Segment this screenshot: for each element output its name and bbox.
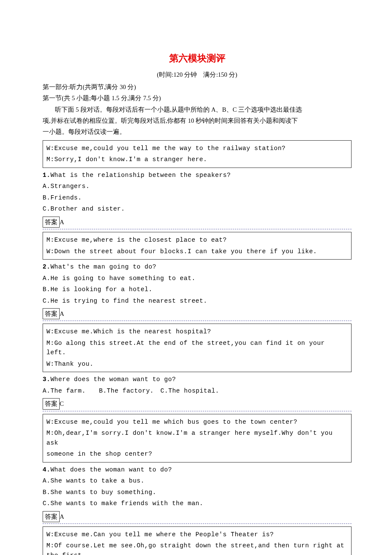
question-text: What's the man going to do? xyxy=(50,263,156,270)
dialogue-line: M:Sorry,I don't know.I'm a stranger here… xyxy=(46,154,348,165)
question-text: Where does the woman want to go? xyxy=(50,376,176,383)
dialogue-1-box: W:Excuse me,could you tell me the way to… xyxy=(43,140,352,168)
dialogue-line: W:Excuse me,could you tell me the way to… xyxy=(46,143,348,154)
answer-value: A xyxy=(60,310,64,317)
dialogue-line: W:Excuse me.Can you tell me where the Pe… xyxy=(46,529,348,540)
dialogue-5-box: W:Excuse me.Can you tell me where the Pe… xyxy=(43,526,352,555)
answer-label: 答案 xyxy=(43,308,60,319)
dialogue-line: M:Go along this street.At the end of the… xyxy=(46,338,348,358)
option-1c: C.Brother and sister. xyxy=(43,203,352,214)
answer-value: A xyxy=(60,219,64,225)
dialogue-2-box: M:Excuse me,where is the closest place t… xyxy=(43,232,352,260)
answer-3-line: 答案C xyxy=(43,396,352,411)
answer-label: 答案 xyxy=(43,217,60,228)
option-3c: C.The hospital. xyxy=(161,387,219,394)
answer-1-line: 答案A xyxy=(43,215,352,229)
dialogue-line: M:Of course.Let me see.Oh,go straight do… xyxy=(46,540,348,555)
page-title: 第六模块测评 xyxy=(43,51,352,66)
question-text: What does the woman want to do? xyxy=(50,466,172,473)
question-4: 4.What does the woman want to do? xyxy=(43,464,352,475)
intro-line-1: 听下面 5 段对话。每段对话后有一个小题,从题中所给的 A、B、C 三个选项中选… xyxy=(43,104,352,115)
answer-label: 答案 xyxy=(43,511,60,522)
option-1a: A.Strangers. xyxy=(43,181,352,192)
question-number: 3. xyxy=(43,376,50,383)
question-2: 2.What's the man going to do? xyxy=(43,261,352,272)
dialogue-line: W:Thank you. xyxy=(46,358,348,370)
dialogue-line: M:Excuse me,where is the closest place t… xyxy=(46,234,348,246)
question-number: 4. xyxy=(43,466,50,473)
option-1b: B.Friends. xyxy=(43,192,352,203)
question-1: 1.What is the relationship between the s… xyxy=(43,170,352,181)
answer-value: C xyxy=(60,400,64,407)
dialogue-line: someone in the shop center? xyxy=(46,448,348,460)
option-3b: B.The factory. xyxy=(99,387,154,394)
option-2b: B.He is looking for a hotel. xyxy=(43,284,352,295)
time-score-line: (时间:120 分钟 满分:150 分) xyxy=(43,70,352,79)
option-4a: A.She wants to take a bus. xyxy=(43,475,352,486)
option-4c: C.She wants to make friends with the man… xyxy=(43,498,352,509)
answer-value: A xyxy=(60,513,64,520)
option-4b: B.She wants to buy something. xyxy=(43,487,352,498)
section1-heading: 第一节(共 5 小题;每小题 1.5 分,满分 7.5 分) xyxy=(43,92,352,104)
options-3: A.The farm. B.The factory. C.The hospita… xyxy=(43,385,352,396)
exam-page: 第六模块测评 (时间:120 分钟 满分:150 分) 第一部分:听力(共两节,… xyxy=(0,0,392,555)
dialogue-line: M:Oh,dear,I'm sorry.I don't know.I'm a s… xyxy=(46,428,348,448)
intro-line-2: 项,并标在试卷的相应位置。听完每段对话后,你都有 10 秒钟的时间来回答有关小题… xyxy=(43,115,352,126)
answer-2-line: 答案A xyxy=(43,306,352,321)
option-2a: A.He is going to have something to eat. xyxy=(43,273,352,284)
question-text: What is the relationship between the spe… xyxy=(50,172,231,179)
question-number: 2. xyxy=(43,263,50,270)
question-number: 1. xyxy=(43,172,50,179)
part1-heading: 第一部分:听力(共两节,满分 30 分) xyxy=(43,81,352,92)
intro-line-3: 一小题。每段对话仅读一遍。 xyxy=(43,126,352,137)
dialogue-4-box: W:Excuse me,could you tell me which bus … xyxy=(43,414,352,462)
dialogue-line: W:Down the street about four blocks.I ca… xyxy=(46,246,348,257)
dialogue-3-box: W:Excuse me.Which is the nearest hospita… xyxy=(43,324,352,372)
option-3a: A.The farm. xyxy=(43,387,86,394)
answer-4-line: 答案A xyxy=(43,509,352,524)
dialogue-line: W:Excuse me.Which is the nearest hospita… xyxy=(46,326,348,337)
answer-label: 答案 xyxy=(43,398,60,409)
question-3: 3.Where does the woman want to go? xyxy=(43,374,352,385)
dialogue-line: W:Excuse me,could you tell me which bus … xyxy=(46,416,348,428)
option-2c: C.He is trying to find the nearest stree… xyxy=(43,295,352,306)
